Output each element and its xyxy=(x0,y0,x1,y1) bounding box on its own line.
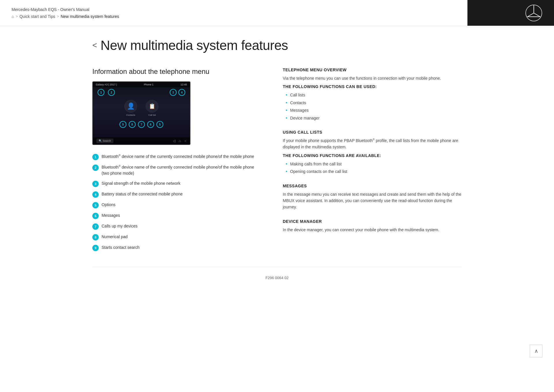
section-text-device-manager: In the device manager, you can connect y… xyxy=(283,227,462,233)
page-header: Mercedes-Maybach EQS - Owner's Manual ⌂ … xyxy=(0,0,554,26)
list-item-text-2: Bluetooth® device name of the currently … xyxy=(102,164,260,176)
bullet-item: Call lists xyxy=(283,92,462,98)
section-subtitle-functions: THE FOLLOWING FUNCTIONS CAN BE USED: xyxy=(283,84,462,89)
scroll-up-button[interactable]: ∧ xyxy=(530,345,542,357)
circle-8: 8 xyxy=(129,121,136,128)
circle-nav-icon: ○ xyxy=(184,139,186,143)
section-title-telephone-overview: TELEPHONE MENU OVERVIEW xyxy=(283,68,462,72)
back-arrow-icon[interactable]: < xyxy=(92,41,97,50)
document-title: Mercedes-Maybach EQS - Owner's Manual xyxy=(12,7,456,12)
list-item-text-4: Battery status of the connected mobile p… xyxy=(102,191,183,197)
phone-topbar: Galaxy A3 | 2017 | Phone 1 12:45 xyxy=(93,82,190,87)
num-badge-9: 9 xyxy=(92,245,99,251)
search-icon: 🔍 xyxy=(99,139,102,142)
list-item: 3 Signal strength of the mobile phone ne… xyxy=(92,180,260,187)
phone-main-icons: 👤 Contacts 📋 Call list xyxy=(93,96,190,120)
num-badge-8: 8 xyxy=(92,234,99,240)
breadcrumb-current: New multimedia system features xyxy=(61,14,119,19)
header-left: Mercedes-Maybach EQS - Owner's Manual ⌂ … xyxy=(0,0,467,26)
left-column: Information about the telephone menu Gal… xyxy=(92,68,260,255)
list-item-text-5: Options xyxy=(102,202,115,208)
phone-search-btn[interactable]: 🔍 Search xyxy=(96,139,113,143)
right-section-messages: MESSAGES In the message menu you can rec… xyxy=(283,184,462,210)
section-title-device-manager: DEVICE MANAGER xyxy=(283,219,462,224)
list-item: 7 Calls up my devices xyxy=(92,223,260,230)
page-title-row: < New multimedia system features xyxy=(92,38,462,53)
list-item: 9 Starts contact search xyxy=(92,244,260,251)
breadcrumb-home-icon[interactable]: ⌂ xyxy=(12,14,14,19)
section-text-call-lists: If your mobile phone supports the PBAP B… xyxy=(283,137,462,150)
bullet-item: Device manager xyxy=(283,115,462,121)
list-item-text-6: Messages xyxy=(102,212,120,219)
list-item-text-3: Signal strength of the mobile phone netw… xyxy=(102,180,180,186)
breadcrumb-sep-2: > xyxy=(57,14,59,18)
header-logo-area xyxy=(467,0,554,26)
bullet-list-functions: Call lists Contacts Messages Device mana… xyxy=(283,92,462,121)
circle-5: 5 xyxy=(156,121,163,128)
circle-3: 3 xyxy=(170,89,177,96)
right-section-telephone-overview: TELEPHONE MENU OVERVIEW Via the telephon… xyxy=(283,68,462,121)
breadcrumb-sep-1: > xyxy=(16,14,18,18)
phone-device-name: Galaxy A3 | 2017 | xyxy=(96,83,117,86)
breadcrumb: ⌂ > Quick start and Tips > New multimedi… xyxy=(12,14,456,19)
list-item: 6 Messages xyxy=(92,212,260,219)
list-item: 1 Bluetooth® device name of the currentl… xyxy=(92,154,260,160)
phone-calllist-icon: 📋 Call list xyxy=(146,100,158,116)
num-badge-6: 6 xyxy=(92,213,99,219)
footer-code: F296 0064 02 xyxy=(265,276,289,280)
num-badge-2: 2 xyxy=(92,165,99,171)
mercedes-logo xyxy=(525,4,542,22)
page-title: New multimedia system features xyxy=(100,38,288,53)
right-column: TELEPHONE MENU OVERVIEW Via the telephon… xyxy=(283,68,462,242)
breadcrumb-item-quickstart[interactable]: Quick start and Tips xyxy=(19,14,55,19)
list-item-text-8: Numerical pad xyxy=(102,234,128,240)
phone-bottombar: 🔍 Search ◁ ⌂ ○ xyxy=(93,137,190,144)
left-section-heading: Information about the telephone menu xyxy=(92,68,260,76)
numbered-list: 1 Bluetooth® device name of the currentl… xyxy=(92,154,260,251)
bullet-item: Opening contacts on the call list xyxy=(283,168,462,175)
list-item: 4 Battery status of the connected mobile… xyxy=(92,191,260,198)
num-badge-1: 1 xyxy=(92,154,99,160)
phone-time: 12:45 xyxy=(180,83,187,86)
num-badge-4: 4 xyxy=(92,191,99,198)
bullet-item: Contacts xyxy=(283,100,462,106)
two-column-layout: Information about the telephone menu Gal… xyxy=(92,68,462,255)
section-subtitle-available: THE FOLLOWING FUNCTIONS ARE AVAILABLE: xyxy=(283,153,462,158)
page-content: < New multimedia system features Informa… xyxy=(75,26,479,306)
phone-contacts-icon: 👤 Contacts xyxy=(124,100,137,116)
phone-ui-inner: Galaxy A3 | 2017 | Phone 1 12:45 1 2 3 4 xyxy=(93,82,190,144)
bullet-item: Making calls from the call list xyxy=(283,161,462,167)
circle-1: 1 xyxy=(98,89,104,96)
back-nav-icon: ◁ xyxy=(173,139,175,143)
section-text-telephone-overview: Via the telephone menu you can use the f… xyxy=(283,75,462,81)
list-item-text-9: Starts contact search xyxy=(102,244,140,251)
footer: F296 0064 02 xyxy=(92,267,462,289)
num-badge-5: 5 xyxy=(92,202,99,208)
section-title-call-lists: USING CALL LISTS xyxy=(283,130,462,135)
bullet-list-available: Making calls from the call list Opening … xyxy=(283,161,462,175)
circle-7: 7 xyxy=(138,121,145,128)
circle-2: 2 xyxy=(108,89,115,96)
list-item-text-1: Bluetooth® device name of the currently … xyxy=(102,154,254,160)
list-item: 5 Options xyxy=(92,202,260,208)
circle-6: 6 xyxy=(147,121,154,128)
num-badge-3: 3 xyxy=(92,181,99,187)
section-text-messages: In the message menu you can receive text… xyxy=(283,191,462,210)
bullet-item: Messages xyxy=(283,107,462,113)
list-item: 8 Numerical pad xyxy=(92,234,260,240)
right-section-call-lists: USING CALL LISTS If your mobile phone su… xyxy=(283,130,462,175)
list-item: 2 Bluetooth® device name of the currentl… xyxy=(92,164,260,176)
phone-nav-icons: ◁ ⌂ ○ xyxy=(173,139,187,143)
section-title-messages: MESSAGES xyxy=(283,184,462,188)
num-badge-7: 7 xyxy=(92,223,99,230)
phone-ui-mockup: Galaxy A3 | 2017 | Phone 1 12:45 1 2 3 4 xyxy=(92,81,190,145)
phone-phone-label: Phone 1 xyxy=(144,83,154,86)
list-item-text-7: Calls up my devices xyxy=(102,223,138,229)
right-section-device-manager: DEVICE MANAGER In the device manager, yo… xyxy=(283,219,462,233)
circle-4: 4 xyxy=(178,89,185,96)
circle-9: 9 xyxy=(119,121,126,128)
home-nav-icon: ⌂ xyxy=(179,139,181,143)
